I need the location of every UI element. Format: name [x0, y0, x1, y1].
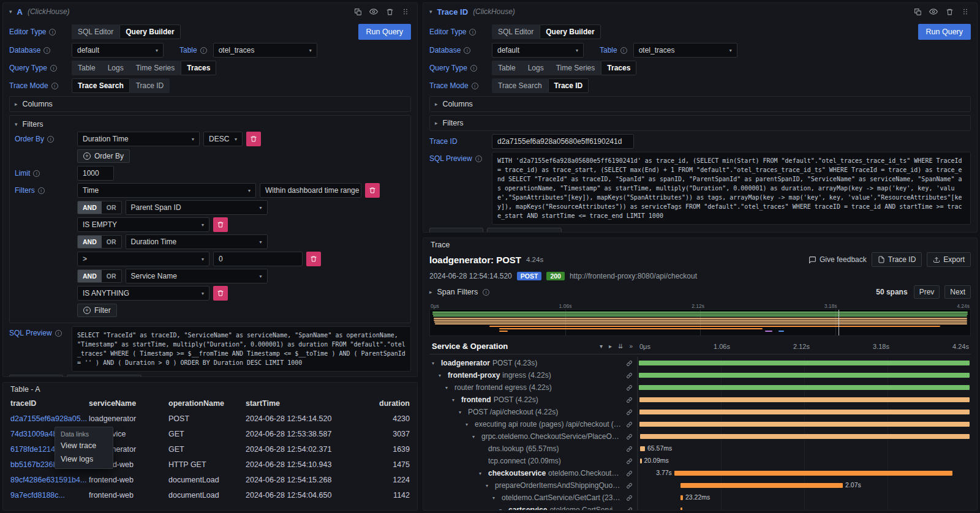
- query-inspector-button[interactable]: iQuery inspector: [67, 375, 141, 377]
- table-select[interactable]: otel_traces▾: [633, 43, 737, 58]
- collapse-span-icon[interactable]: ▾: [486, 483, 492, 489]
- collapse-span-icon[interactable]: ▾: [472, 434, 479, 440]
- span-duration-bar[interactable]: [680, 483, 843, 488]
- drag-query-icon[interactable]: [400, 6, 411, 17]
- span-duration-bar[interactable]: [639, 361, 970, 365]
- collapse-span-icon[interactable]: ▾: [479, 471, 486, 476]
- column-header[interactable]: startTime: [246, 399, 351, 408]
- span-link-icon[interactable]: [624, 372, 637, 379]
- span-row[interactable]: ▾POST /api/checkout (4.22s): [429, 406, 971, 418]
- option-query-builder[interactable]: Query Builder: [119, 24, 180, 39]
- span-row[interactable]: dns.lookup (65.57ms)65.57ms: [429, 443, 971, 455]
- collapse-span-icon[interactable]: ▾: [432, 361, 439, 366]
- option-trace-id[interactable]: Trace ID: [130, 78, 170, 93]
- trace-id-link[interactable]: d2a7155ef6a928a05...: [10, 414, 89, 423]
- option-or[interactable]: OR: [102, 201, 121, 214]
- prev-button[interactable]: Prev: [914, 285, 940, 299]
- span-duration-bar[interactable]: [639, 397, 970, 402]
- collapse-span-icon[interactable]: ▾: [492, 495, 499, 501]
- menu-item-view-trace[interactable]: View trace: [55, 439, 113, 452]
- span-row[interactable]: ▾frontend-proxyingress (4.22s): [429, 369, 971, 381]
- query-ref-name[interactable]: A: [17, 7, 23, 17]
- duplicate-query-icon[interactable]: [352, 6, 363, 17]
- filter-value-input[interactable]: [213, 252, 303, 266]
- trace-id-link[interactable]: 9a7ecfd8188c...: [10, 491, 89, 500]
- add-filter-button[interactable]: +Filter: [77, 304, 117, 317]
- collapse-query-icon[interactable]: ▾: [9, 9, 12, 15]
- filter-field-select[interactable]: Service Name▾: [126, 269, 268, 283]
- add-order-by-button[interactable]: +Order By: [77, 149, 130, 163]
- column-header[interactable]: traceID: [10, 399, 89, 408]
- span-link-icon[interactable]: [624, 446, 637, 452]
- query-inspector-button[interactable]: iQuery inspector: [487, 228, 562, 233]
- give-feedback-link[interactable]: Give feedback: [809, 255, 867, 264]
- collapse-span-icon[interactable]: ▾: [452, 397, 459, 403]
- option-trace-id[interactable]: Trace ID: [548, 78, 589, 93]
- trace-id-link[interactable]: 89cf4286e631591b4...: [10, 476, 89, 484]
- span-row[interactable]: ▾executing api route (pages) /api/checko…: [429, 418, 971, 430]
- collapse-span-icon[interactable]: ▾: [445, 385, 452, 391]
- remove-query-icon[interactable]: [944, 6, 955, 17]
- option-table[interactable]: Table: [492, 61, 522, 75]
- next-button[interactable]: Next: [944, 285, 971, 299]
- remove-query-icon[interactable]: [384, 6, 395, 17]
- hide-response-icon[interactable]: [368, 6, 379, 17]
- trace-mode-toggle[interactable]: Trace SearchTrace ID: [492, 78, 589, 93]
- remove-filter-button[interactable]: [365, 183, 380, 198]
- span-row[interactable]: ▾frontendPOST (4.22s): [429, 394, 971, 406]
- column-header[interactable]: serviceName: [89, 399, 168, 408]
- option-sql-editor[interactable]: SQL Editor: [492, 24, 540, 39]
- span-link-icon[interactable]: [624, 384, 637, 391]
- option-or[interactable]: OR: [102, 236, 121, 248]
- span-duration-bar[interactable]: [640, 434, 970, 439]
- duplicate-query-icon[interactable]: [912, 6, 923, 17]
- span-link-icon[interactable]: [624, 458, 637, 465]
- remove-filter-button[interactable]: [213, 217, 228, 232]
- limit-input[interactable]: [77, 166, 114, 181]
- run-query-button[interactable]: Run Query: [918, 24, 971, 40]
- expand-all-icon[interactable]: »: [629, 343, 633, 350]
- option-and[interactable]: AND: [78, 270, 102, 282]
- span-link-icon[interactable]: [624, 433, 637, 440]
- option-trace-search[interactable]: Trace Search: [72, 78, 130, 93]
- order-by-direction-select[interactable]: DESC▾: [203, 132, 243, 146]
- trace-minimap[interactable]: [429, 309, 971, 336]
- span-link-icon[interactable]: [624, 409, 637, 416]
- remove-filter-button[interactable]: [213, 286, 228, 301]
- add-query-button[interactable]: +Add query: [429, 228, 483, 233]
- trace-id-button[interactable]: Trace ID: [872, 252, 922, 267]
- table-select[interactable]: otel_traces▾: [213, 43, 317, 58]
- span-link-icon[interactable]: [624, 495, 637, 501]
- span-filters-toggle[interactable]: Span Filters: [437, 288, 478, 296]
- editor-type-toggle[interactable]: SQL EditorQuery Builder: [72, 24, 181, 39]
- drag-query-icon[interactable]: [960, 6, 971, 17]
- trace-mode-toggle[interactable]: Trace SearchTrace ID: [72, 78, 170, 93]
- span-link-icon[interactable]: [624, 397, 637, 403]
- span-row[interactable]: ▾oteldemo.CartService/GetCart (23.22ms)2…: [429, 492, 971, 504]
- order-by-field-select[interactable]: Duration Time▾: [77, 132, 200, 146]
- span-row[interactable]: ▾cartserviceoteldemo.CartService/GetCart: [429, 504, 971, 510]
- option-table[interactable]: Table: [72, 61, 102, 75]
- option-time-series[interactable]: Time Series: [550, 61, 601, 75]
- span-duration-bar[interactable]: [640, 446, 645, 451]
- option-and[interactable]: AND: [78, 236, 102, 248]
- span-link-icon[interactable]: [624, 507, 637, 511]
- span-link-icon[interactable]: [624, 470, 637, 477]
- filters-section-toggle[interactable]: ▾Filters: [15, 119, 405, 129]
- span-duration-bar[interactable]: [680, 507, 682, 510]
- option-sql-editor[interactable]: SQL Editor: [72, 24, 119, 39]
- add-query-button[interactable]: +Add query: [9, 375, 63, 377]
- query-type-toggle[interactable]: TableLogsTime SeriesTraces: [492, 61, 636, 75]
- filter-field-select[interactable]: Duration Time▾: [126, 234, 268, 249]
- filter-operator-select[interactable]: Within dashboard time range▾: [260, 183, 361, 198]
- and-or-toggle[interactable]: ANDOR: [77, 235, 122, 249]
- option-trace-search[interactable]: Trace Search: [492, 78, 548, 93]
- column-header[interactable]: operationName: [168, 399, 246, 408]
- query-ref-name[interactable]: Trace ID: [437, 7, 469, 17]
- collapse-span-icon[interactable]: ▾: [466, 422, 472, 427]
- trace-id-input[interactable]: [492, 134, 634, 149]
- collapse-span-icon[interactable]: ▾: [439, 373, 445, 378]
- collapse-all-icon[interactable]: ⇊: [618, 343, 623, 350]
- filter-operator-select[interactable]: IS EMPTY▾: [77, 217, 209, 232]
- filter-field-select[interactable]: Time▾: [77, 183, 256, 198]
